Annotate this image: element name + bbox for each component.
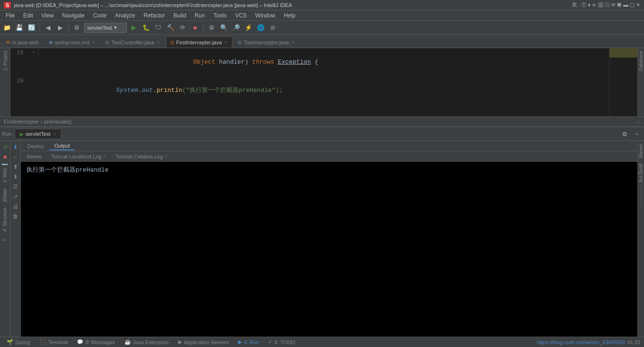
toolbar-rebuild-btn[interactable]: ⟳: [178, 23, 188, 33]
code-indent-20: [87, 87, 116, 94]
messages-label: 0: Messages: [85, 339, 115, 345]
status-terminal[interactable]: ⬛ Terminal: [37, 337, 71, 347]
toolbar-extra-btn[interactable]: 🌐: [256, 23, 266, 33]
code-class-exception: Exception: [278, 58, 311, 66]
run-tab-close[interactable]: ×: [53, 132, 56, 137]
toolbar-find-btn[interactable]: 🔎: [231, 23, 241, 33]
output-container: Deploy: Output Server Tomcat Localhost L…: [21, 141, 637, 347]
menu-edit[interactable]: Edit: [19, 11, 37, 20]
run-inner-down2[interactable]: ⬇: [11, 173, 20, 181]
server-tab[interactable]: Server: [23, 153, 45, 160]
toolbar-more-btn[interactable]: ⊘: [268, 23, 278, 33]
run-inner-delete[interactable]: 🗑: [11, 212, 20, 221]
tomcat-catalina-close[interactable]: ×: [165, 154, 168, 159]
menu-window[interactable]: Window: [251, 11, 279, 20]
status-app-servers[interactable]: ▶ Application Servers: [175, 337, 231, 347]
menu-refactor[interactable]: Refactor: [140, 11, 169, 20]
tab-label-java-web: m java-web: [12, 40, 38, 45]
run-settings-btn[interactable]: ⚙: [619, 129, 630, 139]
toolbar-run-btn[interactable]: ▶: [129, 23, 139, 33]
tab-label-first-intercepter: FirstIntercepter.java: [176, 40, 222, 45]
label-jrebel[interactable]: jRebel: [0, 186, 9, 205]
run-panel-settings: ⚙ −: [619, 129, 642, 139]
toolbar: 📁 💾 🔄 ◀ ▶ ⚙ servletTest ▾ ▶ 🐛 🛡 🔨 ⟳ ■ ⚙ …: [0, 21, 644, 35]
run-right-maven[interactable]: Maven: [637, 141, 644, 161]
run-inner-down[interactable]: ⬇: [11, 143, 20, 151]
status-messages[interactable]: 💬 0: Messages: [74, 337, 117, 347]
bottom-section: Run: ▶ servletTest × ⚙ − ↺ ■ 🔄 📌 ⚙: [0, 127, 644, 347]
run-inner-expand[interactable]: ↗: [11, 192, 20, 201]
run-inner-wrap[interactable]: ☰: [11, 182, 20, 191]
menu-build[interactable]: Build: [170, 11, 190, 20]
run-inner-check[interactable]: ✓: [11, 153, 20, 161]
toolbar-stop-btn[interactable]: ■: [190, 23, 200, 33]
run-output[interactable]: 执行第一个拦截器preHandle: [21, 162, 637, 347]
menu-code[interactable]: Code: [89, 11, 110, 20]
menu-run[interactable]: Run: [191, 11, 209, 20]
tab-icon-project: m: [6, 40, 10, 45]
label-structure-7[interactable]: 7:: [0, 235, 9, 244]
toolbar-sep-2: [68, 24, 69, 32]
label-project[interactable]: 1: Project: [0, 48, 10, 74]
menu-navigate[interactable]: Navigate: [58, 11, 88, 20]
code-string-20: ("执行第一个拦截器preHandle");: [182, 87, 283, 94]
toolbar-back-btn[interactable]: ◀: [43, 23, 53, 33]
toolbar-refresh-btn[interactable]: 🔄: [26, 23, 37, 33]
run-config-dropdown[interactable]: servletTest ▾: [84, 23, 127, 33]
toolbar-forward-btn[interactable]: ▶: [55, 23, 66, 33]
tab-close-spring-mvc[interactable]: ×: [92, 40, 95, 45]
status-url[interactable]: https://blog.csdn.net/weixin_43495590: [537, 339, 625, 345]
menu-view[interactable]: View: [38, 11, 58, 20]
tab-spring-mvc[interactable]: ◈ spring-mvc.xml ×: [45, 36, 100, 48]
run-inner-up[interactable]: ⬆: [11, 163, 20, 171]
run-right-antbuild[interactable]: Ant Build: [637, 161, 644, 185]
output-tab-output[interactable]: Output: [50, 142, 74, 150]
tomcat-localhost-close[interactable]: ×: [103, 154, 106, 159]
toolbar-open-btn[interactable]: 📁: [2, 23, 12, 33]
status-java-enterprise[interactable]: ☕ Java Enterprise: [122, 337, 172, 347]
run-inner-print[interactable]: 🖨: [11, 202, 20, 211]
toolbar-settings-btn[interactable]: ⚙: [206, 23, 217, 33]
toolbar-run-config[interactable]: ⚙: [72, 23, 82, 33]
fold-icon-19[interactable]: ▾: [32, 48, 35, 58]
toolbar-actions-btn[interactable]: ⚡: [243, 23, 254, 33]
tomcat-catalina-tab[interactable]: Tomcat Catalina Log ×: [112, 153, 171, 160]
label-structure[interactable]: 4: Structure: [0, 205, 9, 235]
run-icon-play: ▶: [20, 132, 24, 137]
menu-file[interactable]: File: [2, 11, 18, 20]
tab-close-test-controller[interactable]: ×: [157, 40, 160, 45]
bc-method[interactable]: preHandle(): [44, 119, 72, 124]
tab-close-first-intercepter[interactable]: ×: [224, 40, 227, 45]
toolbar-debug-btn[interactable]: 🐛: [141, 23, 151, 33]
status-run[interactable]: ▶ 4: Run: [235, 337, 262, 347]
menu-analyze[interactable]: Analyze: [111, 11, 139, 20]
right-tab-database[interactable]: Database: [637, 48, 644, 74]
run-left-stop[interactable]: ■: [1, 153, 9, 161]
run-right-favorites[interactable]: 2: Favorites: [639, 185, 644, 207]
toolbar-build-btn[interactable]: 🔨: [165, 23, 176, 33]
label-web[interactable]: 3: Web: [0, 165, 9, 186]
run-left-restart[interactable]: ↺: [1, 143, 9, 151]
title-left: S java-web [D:\IDEA_Project\java-web] – …: [4, 2, 292, 8]
tab-two-interceptor[interactable]: ◎ TwoInterceptor.java ×: [233, 36, 299, 48]
bc-file[interactable]: FirstIntercepter: [4, 119, 39, 124]
output-tab-deploy[interactable]: Deploy:: [23, 142, 50, 150]
toolbar-save-btn[interactable]: 💾: [14, 23, 25, 33]
menu-help[interactable]: Help: [280, 11, 299, 20]
menu-vcs[interactable]: VCS: [231, 11, 251, 20]
run-tab-servlet-test[interactable]: ▶ servletTest ×: [15, 129, 61, 139]
run-inner-toolbar: ⬇ ✓ ⬆ ⬇ ☰ ↗ 🖨 🗑: [10, 141, 21, 347]
menu-tools[interactable]: Tools: [210, 11, 231, 20]
tab-close-two-interceptor[interactable]: ×: [292, 40, 295, 45]
tab-first-intercepter[interactable]: ◎ FirstIntercepter.java ×: [166, 36, 232, 48]
toolbar-inspect-btn[interactable]: 🔍: [219, 23, 229, 33]
tab-java-web[interactable]: m m java-web: [2, 36, 44, 48]
toolbar-coverage-btn[interactable]: 🛡: [153, 23, 164, 33]
status-spring[interactable]: 🌱 Spring: [4, 337, 33, 347]
tomcat-localhost-tab[interactable]: Tomcat Localhost Log ×: [47, 153, 110, 160]
tab-test-controller[interactable]: ◎ TestController.java ×: [101, 36, 165, 48]
toolbar-sep-3: [203, 24, 204, 32]
status-todo[interactable]: ✓ 6: TODO: [265, 337, 298, 347]
run-minimize-btn[interactable]: −: [632, 129, 642, 139]
editor-area[interactable]: 19 ▾ Object handler) throws Exception { …: [10, 48, 609, 116]
